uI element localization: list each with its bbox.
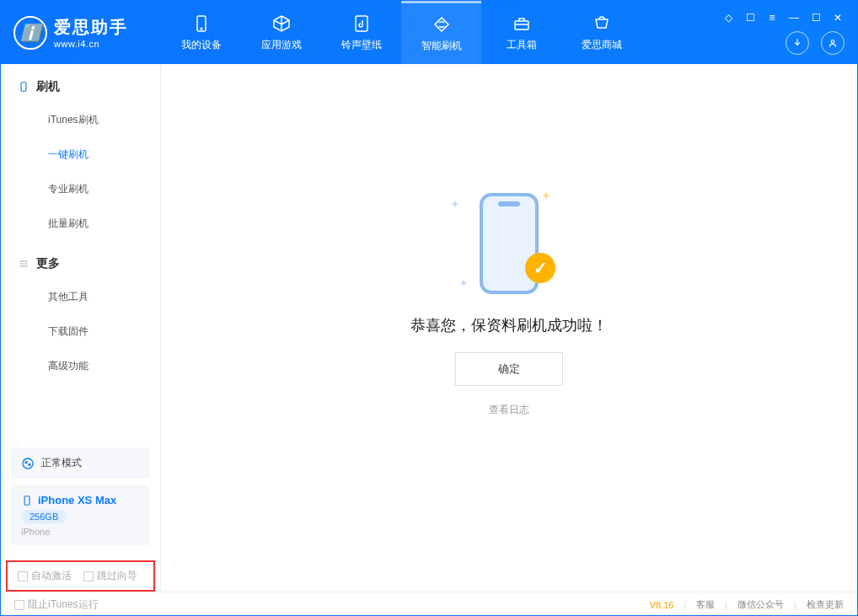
app-header: ℹ️ 爱思助手 www.i4.cn 我的设备 应用游戏 铃声壁纸 智能刷机 工具…	[1, 1, 857, 64]
window-controls: ◇ ☐ ≡ — ☐ ✕	[721, 11, 845, 24]
checkbox-label: 自动激活	[31, 569, 72, 583]
checkbox-label: 跳过向导	[97, 569, 137, 583]
skip-guide-checkbox[interactable]: 跳过向导	[83, 569, 137, 583]
sidebar-section-flash: 刷机	[1, 64, 160, 103]
phone-icon	[191, 13, 212, 34]
skin-icon[interactable]: ◇	[721, 11, 735, 24]
sidebar-item-advanced[interactable]: 高级功能	[1, 349, 160, 383]
body-area: 刷机 iTunes刷机 一键刷机 专业刷机 批量刷机 更多 其他工具 下载固件 …	[1, 64, 857, 592]
tab-apps-games[interactable]: 应用游戏	[241, 1, 321, 64]
tab-my-device[interactable]: 我的设备	[161, 1, 241, 64]
sidebar-item-other-tools[interactable]: 其他工具	[1, 280, 160, 314]
header-right: ◇ ☐ ≡ — ☐ ✕	[721, 11, 845, 55]
header-tabs: 我的设备 应用游戏 铃声壁纸 智能刷机 工具箱 爱思商城	[161, 1, 641, 64]
checkbox-icon	[83, 571, 94, 581]
app-name-en: www.i4.cn	[54, 39, 128, 49]
auto-activate-checkbox[interactable]: 自动激活	[18, 569, 72, 583]
success-message: 恭喜您，保资料刷机成功啦！	[410, 315, 608, 335]
checkbox-icon	[14, 600, 24, 610]
logo-text: 爱思助手 www.i4.cn	[54, 16, 128, 49]
footer-link-support[interactable]: 客服	[696, 598, 715, 611]
sidebar-item-download-firmware[interactable]: 下载固件	[1, 314, 160, 349]
svg-point-7	[25, 461, 27, 463]
tab-label: 应用游戏	[261, 38, 302, 52]
tab-label: 工具箱	[507, 38, 537, 52]
refresh-icon	[432, 14, 452, 35]
user-icon[interactable]	[821, 31, 845, 55]
version-label: V8.16	[650, 600, 674, 610]
footer: 阻止iTunes运行 V8.16 | 客服 | 微信公众号 | 检查更新	[1, 592, 857, 616]
options-highlight-box: 自动激活 跳过向导	[6, 560, 155, 592]
mode-label: 正常模式	[41, 456, 82, 470]
footer-left: 阻止iTunes运行	[14, 597, 99, 612]
sidebar-item-oneclick-flash[interactable]: 一键刷机	[1, 137, 160, 172]
device-name: iPhone XS Max	[38, 494, 116, 506]
check-badge-icon: ✓	[525, 253, 555, 283]
device-panel: 正常模式 iPhone XS Max 256GB iPhone	[1, 437, 160, 555]
footer-right: V8.16 | 客服 | 微信公众号 | 检查更新	[650, 598, 844, 611]
sparkle-icon: ✦	[541, 189, 551, 202]
tab-label: 我的设备	[181, 38, 222, 52]
view-log-link[interactable]: 查看日志	[489, 403, 529, 417]
menu-lines-icon	[18, 258, 29, 270]
logo-area: ℹ️ 爱思助手 www.i4.cn	[13, 16, 161, 50]
sidebar: 刷机 iTunes刷机 一键刷机 专业刷机 批量刷机 更多 其他工具 下载固件 …	[1, 64, 161, 592]
svg-rect-2	[356, 16, 367, 31]
svg-point-8	[29, 463, 30, 465]
section-title: 更多	[36, 256, 60, 271]
sidebar-item-itunes-flash[interactable]: iTunes刷机	[1, 103, 160, 137]
menu-icon[interactable]: ≡	[765, 11, 779, 24]
tab-toolbox[interactable]: 工具箱	[481, 1, 561, 64]
download-icon[interactable]	[786, 31, 809, 55]
svg-point-4	[831, 40, 834, 43]
svg-rect-5	[21, 83, 26, 92]
app-name-cn: 爱思助手	[54, 16, 128, 39]
svg-rect-9	[24, 495, 29, 505]
block-itunes-checkbox[interactable]: 阻止iTunes运行	[14, 597, 99, 612]
svg-rect-3	[515, 21, 528, 29]
sidebar-section-more: 更多	[1, 241, 160, 280]
section-title: 刷机	[36, 79, 60, 94]
tab-smart-flash[interactable]: 智能刷机	[401, 1, 481, 64]
success-illustration: ✦ ✦ ✦ ✓	[446, 189, 572, 298]
tab-label: 爱思商城	[582, 38, 622, 52]
footer-link-update[interactable]: 检查更新	[807, 598, 844, 611]
music-icon	[351, 13, 372, 34]
tab-label: 智能刷机	[421, 39, 462, 53]
sparkle-icon: ✦	[450, 197, 460, 211]
mode-icon	[21, 457, 35, 470]
storage-badge: 256GB	[21, 510, 67, 523]
tab-label: 铃声壁纸	[341, 38, 382, 52]
footer-link-wechat[interactable]: 微信公众号	[737, 598, 784, 611]
tab-ringtone-wallpaper[interactable]: 铃声壁纸	[321, 1, 401, 64]
toolbox-icon	[512, 13, 532, 34]
cart-icon	[592, 13, 612, 34]
cube-icon	[271, 13, 292, 34]
phone-small-icon	[21, 495, 33, 506]
minimize-button[interactable]: —	[787, 11, 801, 24]
tab-store[interactable]: 爱思商城	[561, 1, 641, 64]
checkbox-label: 阻止iTunes运行	[28, 597, 99, 612]
sparkle-icon: ✦	[458, 276, 469, 290]
ok-button[interactable]: 确定	[455, 352, 563, 386]
close-button[interactable]: ✕	[831, 11, 845, 24]
main-content: ✦ ✦ ✦ ✓ 恭喜您，保资料刷机成功啦！ 确定 查看日志	[161, 64, 857, 592]
feedback-icon[interactable]: ☐	[743, 11, 757, 24]
device-type: iPhone	[21, 527, 140, 537]
sidebar-item-batch-flash[interactable]: 批量刷机	[1, 206, 160, 241]
device-icon	[18, 81, 29, 93]
logo-icon: ℹ️	[13, 16, 47, 50]
maximize-button[interactable]: ☐	[809, 11, 823, 24]
device-box[interactable]: iPhone XS Max 256GB iPhone	[11, 485, 150, 545]
svg-point-1	[201, 28, 202, 29]
checkbox-icon	[18, 571, 28, 581]
sidebar-item-pro-flash[interactable]: 专业刷机	[1, 172, 160, 206]
svg-point-6	[23, 458, 33, 469]
mode-box[interactable]: 正常模式	[11, 447, 150, 479]
